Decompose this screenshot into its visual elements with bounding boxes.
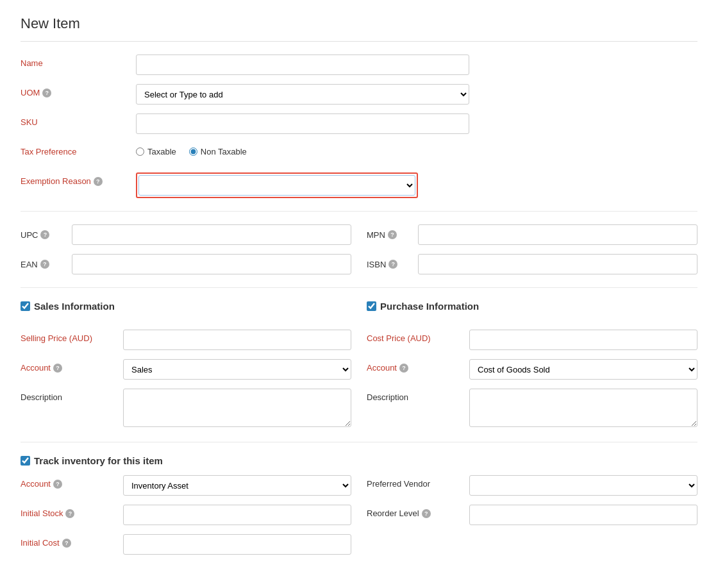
reorder-level-label: Reorder Level ? — [367, 505, 469, 518]
purchase-account-row: Account ? Cost of Goods Sold — [367, 359, 697, 380]
non-taxable-option[interactable]: Non Taxable — [189, 147, 247, 156]
purchase-account-select[interactable]: Cost of Goods Sold — [469, 359, 697, 380]
purchase-account-help-icon[interactable]: ? — [399, 364, 408, 373]
sales-description-textarea[interactable] — [123, 389, 351, 427]
purchase-description-control — [469, 389, 697, 429]
cost-price-label: Cost Price (AUD) — [367, 330, 469, 343]
mpn-control — [418, 224, 697, 245]
taxable-radio[interactable] — [136, 147, 144, 156]
uom-row: UOM ? Select or Type to add — [21, 84, 697, 105]
ean-row: EAN ? — [21, 254, 351, 274]
selling-price-control — [123, 330, 351, 350]
exemption-reason-select[interactable] — [138, 175, 415, 196]
purchase-description-label: Description — [367, 389, 469, 402]
track-left-col: Account ? Inventory Asset Initial Stock … — [21, 475, 351, 555]
sales-section-header: Sales Information — [21, 301, 351, 312]
inventory-account-control: Inventory Asset — [123, 475, 351, 496]
reorder-level-row: Reorder Level ? — [367, 505, 697, 525]
initial-cost-input[interactable] — [123, 534, 351, 555]
exemption-reason-label: Exemption Reason ? — [21, 172, 136, 186]
ean-input[interactable] — [72, 254, 351, 274]
uom-help-icon[interactable]: ? — [42, 88, 51, 97]
cost-price-input[interactable] — [469, 330, 697, 350]
inventory-account-select[interactable]: Inventory Asset — [123, 475, 351, 496]
mpn-help-icon[interactable]: ? — [388, 230, 397, 239]
reorder-level-control — [469, 505, 697, 525]
isbn-input[interactable] — [418, 254, 697, 274]
purchase-checkbox[interactable] — [367, 301, 376, 311]
preferred-vendor-select[interactable] — [469, 475, 697, 496]
initial-stock-label: Initial Stock ? — [21, 505, 123, 518]
uom-select[interactable]: Select or Type to add — [136, 84, 469, 105]
tax-preference-row: Tax Preference Taxable Non Taxable — [21, 143, 697, 164]
track-grid: Account ? Inventory Asset Initial Stock … — [21, 475, 697, 555]
inventory-account-row: Account ? Inventory Asset — [21, 475, 351, 496]
sku-input[interactable] — [136, 113, 469, 134]
preferred-vendor-label: Preferred Vendor — [367, 475, 469, 489]
initial-stock-row: Initial Stock ? — [21, 505, 351, 525]
left-id-col: UPC ? EAN ? — [21, 224, 351, 274]
mpn-input[interactable] — [418, 224, 697, 245]
selling-price-input[interactable] — [123, 330, 351, 350]
inventory-account-help-icon[interactable]: ? — [53, 480, 62, 489]
upc-row: UPC ? — [21, 224, 351, 245]
track-inventory-checkbox[interactable] — [21, 456, 30, 466]
inventory-account-label: Account ? — [21, 475, 123, 489]
initial-cost-control — [123, 534, 351, 555]
page-title: New Item — [21, 15, 697, 42]
exemption-help-icon[interactable]: ? — [94, 177, 103, 186]
upc-input[interactable] — [72, 224, 351, 245]
initial-stock-help-icon[interactable]: ? — [65, 509, 74, 518]
exemption-wrapper — [136, 172, 418, 198]
initial-stock-input[interactable] — [123, 505, 351, 525]
sales-account-select[interactable]: Sales — [123, 359, 351, 380]
isbn-label: ISBN ? — [367, 260, 418, 269]
uom-label: UOM ? — [21, 84, 136, 97]
non-taxable-radio[interactable] — [189, 147, 197, 156]
preferred-vendor-row: Preferred Vendor — [367, 475, 697, 496]
sales-description-label: Description — [21, 389, 123, 402]
purchase-section-header: Purchase Information — [367, 301, 697, 312]
upc-help-icon[interactable]: ? — [40, 230, 49, 239]
divider-3 — [21, 442, 697, 442]
reorder-level-help-icon[interactable]: ? — [422, 509, 431, 518]
name-label: Name — [21, 55, 136, 68]
preferred-vendor-control — [469, 475, 697, 496]
sku-control — [136, 113, 469, 134]
exemption-control — [136, 172, 418, 198]
track-right-col: Preferred Vendor Reorder Level ? — [367, 475, 697, 555]
isbn-control — [418, 254, 697, 274]
reorder-level-input[interactable] — [469, 505, 697, 525]
ean-control — [72, 254, 351, 274]
sales-purchase-section: Sales Information Selling Price (AUD) Ac… — [21, 301, 697, 429]
tax-preference-label: Tax Preference — [21, 143, 136, 156]
selling-price-label: Selling Price (AUD) — [21, 330, 123, 343]
track-inventory-section: Track inventory for this item Account ? … — [21, 455, 697, 555]
tax-radio-group: Taxable Non Taxable — [136, 143, 469, 156]
initial-stock-control — [123, 505, 351, 525]
name-control — [136, 55, 469, 75]
initial-cost-label: Initial Cost ? — [21, 534, 123, 548]
sku-label: SKU — [21, 113, 136, 127]
sales-description-control — [123, 389, 351, 429]
divider-1 — [21, 211, 697, 212]
initial-cost-help-icon[interactable]: ? — [62, 539, 71, 548]
purchase-description-textarea[interactable] — [469, 389, 697, 427]
sales-account-help-icon[interactable]: ? — [53, 364, 62, 373]
sales-checkbox[interactable] — [21, 301, 30, 311]
divider-2 — [21, 287, 697, 288]
exemption-reason-row: Exemption Reason ? — [21, 172, 697, 198]
initial-cost-row: Initial Cost ? — [21, 534, 351, 555]
selling-price-row: Selling Price (AUD) — [21, 330, 351, 350]
name-input[interactable] — [136, 55, 469, 75]
upc-control — [72, 224, 351, 245]
purchase-section-label: Purchase Information — [380, 301, 479, 312]
purchase-description-row: Description — [367, 389, 697, 429]
purchase-account-label: Account ? — [367, 359, 469, 373]
taxable-option[interactable]: Taxable — [136, 147, 176, 156]
sales-description-row: Description — [21, 389, 351, 429]
mpn-row: MPN ? — [367, 224, 697, 245]
sales-account-label: Account ? — [21, 359, 123, 373]
ean-help-icon[interactable]: ? — [40, 260, 49, 269]
isbn-help-icon[interactable]: ? — [388, 260, 397, 269]
